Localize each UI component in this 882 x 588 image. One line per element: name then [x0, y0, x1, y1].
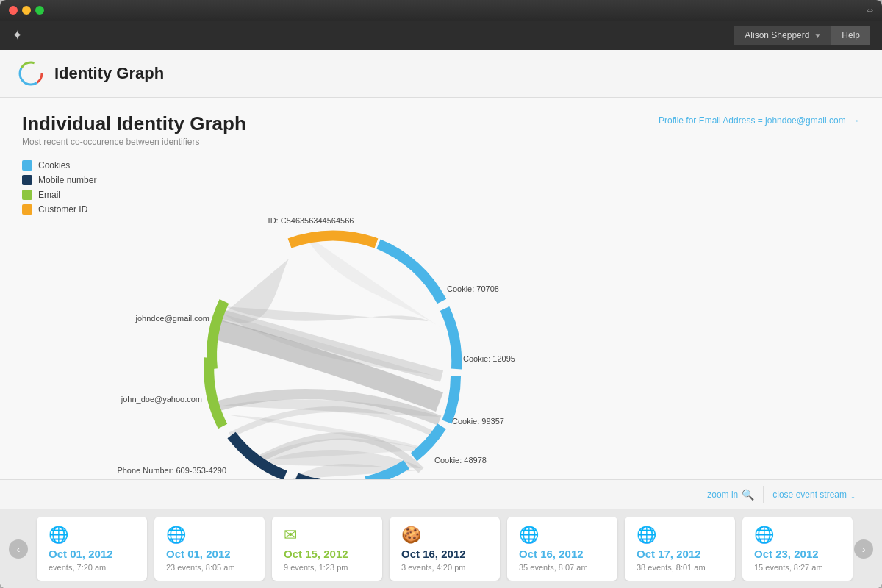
event-sub-6: 15 events, 8:27 am — [754, 563, 823, 572]
legend-label-email: Email — [38, 190, 60, 200]
chord-diagram: ID: C546356344564566 Cookie: 70708 Cooki… — [179, 222, 487, 479]
legend-label-mobile: Mobile number — [38, 175, 96, 185]
resize-icon: ⇔ — [867, 6, 873, 15]
title-bar-right: ⇔ — [867, 6, 873, 15]
graph-title: Individual Identity Graph — [22, 112, 644, 135]
zoom-bar: zoom in 🔍 close event stream ↓ — [0, 479, 882, 509]
identity-graph-icon — [18, 60, 44, 87]
node-label-gmail: johndoe@gmail.com — [135, 314, 209, 323]
event-icon-3: 🍪 — [401, 526, 421, 545]
legend-color-email — [22, 190, 32, 200]
window-frame: ⇔ ✦ Alison Shepperd ▼ Help Identity Grap… — [0, 0, 882, 588]
legend-label-customer: Customer ID — [38, 204, 87, 215]
event-date-3: Oct 16, 2012 — [401, 548, 466, 560]
event-icon-1: 🌐 — [166, 526, 186, 545]
search-icon: 🔍 — [742, 489, 754, 501]
stream-next-button[interactable]: › — [854, 539, 873, 559]
node-label-phone: Phone Number: 609-353-4290 — [117, 466, 226, 475]
dropdown-arrow-icon: ▼ — [814, 32, 821, 40]
profile-arrow-icon: → — [851, 115, 860, 126]
event-date-5: Oct 17, 2012 — [637, 548, 701, 560]
legend-customer: Customer ID — [22, 204, 644, 215]
profile-email[interactable]: johndoe@gmail.com — [765, 115, 846, 126]
zoom-in-button[interactable]: zoom in 🔍 — [698, 486, 764, 503]
close-stream-label: close event stream — [772, 490, 847, 500]
legend-label-cookies: Cookies — [38, 160, 70, 171]
user-name: Alison Shepperd — [745, 30, 809, 40]
profile-link: Profile for Email Address = johndoe@gmai… — [659, 115, 860, 126]
event-stream-cards: 🌐 Oct 01, 2012 events, 7:20 am 🌐 Oct 01,… — [0, 517, 882, 581]
node-label-cookie48978: Cookie: 48978 — [434, 456, 487, 465]
event-sub-3: 3 events, 4:20 pm — [401, 563, 465, 572]
event-card-3[interactable]: 🍪 Oct 16, 2012 3 events, 4:20 pm — [390, 517, 500, 581]
node-label-cookie99357: Cookie: 99357 — [452, 417, 504, 426]
main-content: Individual Identity Graph Most recent co… — [0, 98, 882, 588]
nav-right: Alison Shepperd ▼ Help — [734, 26, 870, 45]
minimize-button[interactable] — [22, 6, 31, 15]
graph-subtitle: Most recent co-occurence between identif… — [22, 137, 644, 147]
top-nav: ✦ Alison Shepperd ▼ Help — [0, 21, 882, 50]
event-sub-1: 23 events, 8:05 am — [166, 563, 235, 572]
legend-color-mobile — [22, 175, 32, 185]
legend-color-customer — [22, 204, 32, 215]
graph-left-panel: Individual Identity Graph Most recent co… — [22, 112, 644, 472]
event-icon-4: 🌐 — [519, 526, 539, 545]
legend-color-cookies — [22, 160, 32, 171]
window-controls — [9, 6, 44, 15]
event-date-2: Oct 15, 2012 — [284, 548, 348, 560]
event-card-4[interactable]: 🌐 Oct 16, 2012 35 events, 8:07 am — [507, 517, 617, 581]
legend-email: Email — [22, 190, 644, 200]
event-icon-6: 🌐 — [754, 526, 774, 545]
graph-section: Individual Identity Graph Most recent co… — [0, 98, 882, 479]
maximize-button[interactable] — [35, 6, 44, 15]
event-card-2[interactable]: ✉ Oct 15, 2012 9 events, 1:23 pm — [272, 517, 382, 581]
event-sub-4: 35 events, 8:07 am — [519, 563, 588, 572]
node-label-cookie12095: Cookie: 12095 — [463, 354, 515, 363]
event-card-6[interactable]: 🌐 Oct 23, 2012 15 events, 8:27 am — [742, 517, 853, 581]
node-label-id: ID: C546356344564566 — [268, 216, 354, 225]
event-date-6: Oct 23, 2012 — [754, 548, 819, 560]
stream-prev-button[interactable]: ‹ — [9, 539, 28, 559]
event-card-5[interactable]: 🌐 Oct 17, 2012 38 events, 8:01 am — [625, 517, 735, 581]
event-sub-0: events, 7:20 am — [49, 563, 106, 572]
event-icon-2: ✉ — [284, 526, 297, 545]
close-button[interactable] — [9, 6, 18, 15]
event-stream: ‹ 🌐 Oct 01, 2012 events, 7:20 am 🌐 Oct 0… — [0, 509, 882, 588]
event-card-0[interactable]: 🌐 Oct 01, 2012 events, 7:20 am — [37, 517, 147, 581]
zoom-in-label: zoom in — [707, 490, 738, 500]
event-sub-5: 38 events, 8:01 am — [637, 563, 706, 572]
event-icon-0: 🌐 — [49, 526, 68, 545]
node-label-cookie70708: Cookie: 70708 — [447, 284, 499, 293]
legend-cookies: Cookies — [22, 160, 644, 171]
help-button[interactable]: Help — [831, 26, 870, 45]
app-logo: ✦ — [12, 27, 23, 43]
close-stream-button[interactable]: close event stream ↓ — [764, 486, 864, 503]
node-label-yahoo: john_doe@yahoo.com — [121, 395, 202, 404]
graph-right-panel: Profile for Email Address = johndoe@gmai… — [659, 112, 860, 472]
event-icon-5: 🌐 — [637, 526, 656, 545]
profile-label: Profile for Email Address = — [659, 115, 763, 126]
legend: Cookies Mobile number Email Customer ID — [22, 160, 644, 215]
event-card-1[interactable]: 🌐 Oct 01, 2012 23 events, 8:05 am — [154, 517, 265, 581]
download-icon: ↓ — [850, 489, 856, 501]
event-date-1: Oct 01, 2012 — [166, 548, 231, 560]
chord-diagram-area: ID: C546356344564566 Cookie: 70708 Cooki… — [22, 222, 644, 479]
title-bar: ⇔ — [0, 0, 882, 21]
legend-mobile: Mobile number — [22, 175, 644, 185]
user-menu[interactable]: Alison Shepperd ▼ — [734, 26, 831, 45]
event-date-0: Oct 01, 2012 — [49, 548, 113, 560]
page-title: Identity Graph — [54, 64, 164, 83]
app-header: Identity Graph — [0, 50, 882, 98]
event-sub-2: 9 events, 1:23 pm — [284, 563, 348, 572]
event-date-4: Oct 16, 2012 — [519, 548, 584, 560]
